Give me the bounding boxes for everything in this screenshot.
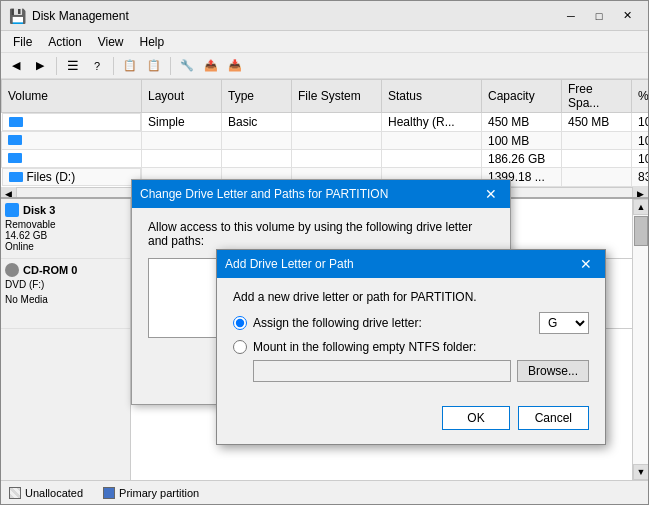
toolbar-sep3 — [170, 57, 171, 75]
menu-bar: File Action View Help — [1, 31, 648, 53]
radio-mount-label: Mount in the following empty NTFS folder… — [253, 340, 476, 354]
radio-row-letter: Assign the following drive letter: G H I — [233, 312, 589, 334]
dialog-change-title: Change Drive Letter and Paths for PARTIT… — [140, 187, 480, 201]
menu-help[interactable]: Help — [132, 33, 173, 51]
toolbar-settings[interactable]: 🔧 — [176, 56, 198, 76]
toolbar-sep1 — [56, 57, 57, 75]
unallocated-color — [9, 487, 21, 499]
toolbar-export[interactable]: 📤 — [200, 56, 222, 76]
legend-primary: Primary partition — [103, 487, 199, 499]
radio-row-path: Mount in the following empty NTFS folder… — [233, 340, 589, 354]
title-icon: 💾 — [9, 8, 26, 24]
path-input[interactable] — [253, 360, 511, 382]
table-row[interactable]: Simple Basic Healthy (R... 450 MB 450 MB… — [2, 113, 649, 132]
maximize-button[interactable]: □ — [586, 6, 612, 26]
col-type: Type — [222, 80, 292, 113]
vertical-scrollbar[interactable]: ▲ ▼ — [632, 199, 648, 480]
ok-button[interactable]: OK — [442, 406, 509, 430]
dialog-add-body: Assign the following drive letter: G H I… — [217, 312, 605, 402]
menu-action[interactable]: Action — [40, 33, 89, 51]
radio-mount-path[interactable] — [233, 340, 247, 354]
disk-size: 14.62 GB — [5, 230, 126, 241]
scroll-track[interactable] — [633, 215, 648, 464]
scroll-up-btn[interactable]: ▲ — [633, 199, 648, 215]
disk-item-cdrom[interactable]: CD-ROM 0 DVD (F:) No Media — [1, 259, 130, 329]
dialog-add-title: Add Drive Letter or Path — [225, 257, 575, 271]
title-bar: 💾 Disk Management ─ □ ✕ — [1, 1, 648, 31]
cdrom-type: DVD (F:) — [5, 279, 126, 290]
table-row[interactable]: 186.26 GB 100 — [2, 150, 649, 168]
disk-type: Removable — [5, 219, 126, 230]
toolbar-import[interactable]: 📥 — [224, 56, 246, 76]
disk-icon — [5, 203, 19, 217]
browse-button[interactable]: Browse... — [517, 360, 589, 382]
toolbar-copy1[interactable]: 📋 — [119, 56, 141, 76]
menu-file[interactable]: File — [5, 33, 40, 51]
toolbar-list[interactable]: ☰ — [62, 56, 84, 76]
cdrom-name: CD-ROM 0 — [23, 264, 77, 276]
disk-name: Disk 3 — [23, 204, 55, 216]
radio-assign-letter[interactable] — [233, 316, 247, 330]
toolbar-forward[interactable]: ▶ — [29, 56, 51, 76]
col-filesystem: File System — [292, 80, 382, 113]
cell-type: Basic — [222, 113, 292, 132]
col-pct: % F — [632, 80, 649, 113]
minimize-button[interactable]: ─ — [558, 6, 584, 26]
scroll-right-btn[interactable]: ▶ — [632, 187, 648, 199]
primary-label: Primary partition — [119, 487, 199, 499]
dialog-add-titlebar: Add Drive Letter or Path ✕ — [217, 250, 605, 278]
cell-status: Healthy (R... — [382, 113, 482, 132]
cell-capacity: 186.26 GB — [482, 150, 562, 168]
cell-pct: 100 — [632, 113, 649, 132]
cancel-button[interactable]: Cancel — [518, 406, 589, 430]
cdrom-status: No Media — [5, 294, 126, 305]
toolbar-back[interactable]: ◀ — [5, 56, 27, 76]
window: 💾 Disk Management ─ □ ✕ File Action View… — [0, 0, 649, 505]
toolbar-help[interactable]: ? — [86, 56, 108, 76]
disk-list: Disk 3 Removable 14.62 GB Online CD-ROM … — [1, 199, 131, 504]
cell-fs — [292, 113, 382, 132]
volume-table: Volume Layout Type File System Status Ca… — [1, 79, 648, 187]
dialog-add-buttons: OK Cancel — [217, 402, 605, 444]
close-button[interactable]: ✕ — [614, 6, 640, 26]
dialog-add-drive: Add Drive Letter or Path ✕ Add a new dri… — [216, 249, 606, 445]
disk-item-disk3[interactable]: Disk 3 Removable 14.62 GB Online — [1, 199, 130, 259]
primary-color — [103, 487, 115, 499]
dialog-add-desc: Add a new drive letter or path for PARTI… — [217, 278, 605, 304]
col-layout: Layout — [142, 80, 222, 113]
scroll-down-btn[interactable]: ▼ — [633, 464, 648, 480]
cell-volume — [2, 132, 142, 150]
legend-unallocated: Unallocated — [9, 487, 83, 499]
cell-volume — [2, 113, 142, 131]
cell-free: 450 MB — [562, 113, 632, 132]
dialog-add-close[interactable]: ✕ — [575, 254, 597, 274]
toolbar: ◀ ▶ ☰ ? 📋 📋 🔧 📤 📥 — [1, 53, 648, 79]
disk-status: Online — [5, 241, 126, 252]
cdrom-icon — [5, 263, 19, 277]
radio-assign-label: Assign the following drive letter: — [253, 316, 422, 330]
menu-view[interactable]: View — [90, 33, 132, 51]
unallocated-label: Unallocated — [25, 487, 83, 499]
scroll-left-btn[interactable]: ◀ — [1, 187, 17, 199]
cell-volume: Files (D:) — [2, 168, 142, 186]
toolbar-sep2 — [113, 57, 114, 75]
dialog-change-desc: Allow access to this volume by using the… — [148, 220, 494, 248]
cell-layout: Simple — [142, 113, 222, 132]
cell-pct: 83 > — [632, 168, 649, 187]
drive-letter-select[interactable]: G H I — [539, 312, 589, 334]
col-capacity: Capacity — [482, 80, 562, 113]
toolbar-copy2[interactable]: 📋 — [143, 56, 165, 76]
col-free: Free Spa... — [562, 80, 632, 113]
dialog-change-titlebar: Change Drive Letter and Paths for PARTIT… — [132, 180, 510, 208]
col-volume: Volume — [2, 80, 142, 113]
col-status: Status — [382, 80, 482, 113]
cell-capacity: 450 MB — [482, 113, 562, 132]
scroll-thumb[interactable] — [634, 216, 648, 246]
table-row[interactable]: 100 MB 100 — [2, 132, 649, 150]
window-title: Disk Management — [32, 9, 558, 23]
cell-volume — [2, 150, 142, 168]
dialog-change-close[interactable]: ✕ — [480, 184, 502, 204]
cell-pct: 100 — [632, 132, 649, 150]
status-bar: Unallocated Primary partition — [1, 480, 648, 504]
cell-capacity: 100 MB — [482, 132, 562, 150]
